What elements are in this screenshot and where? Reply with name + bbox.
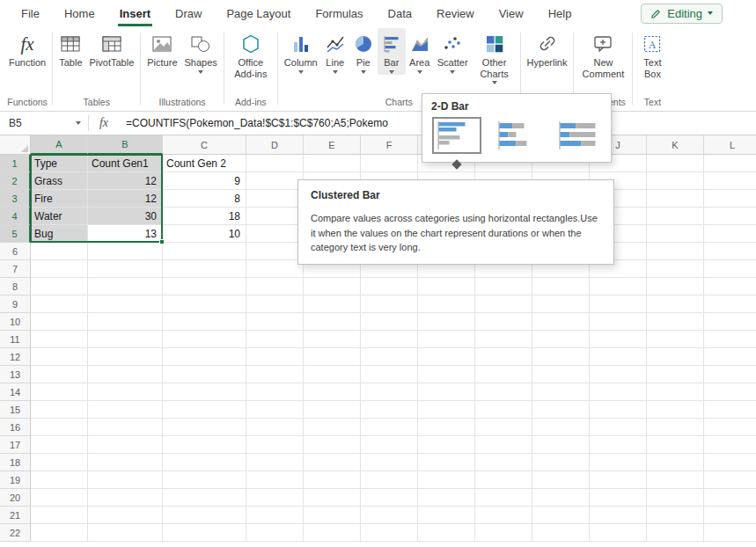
tab-insert[interactable]: Insert	[107, 0, 163, 26]
cell-E19[interactable]	[304, 471, 361, 489]
cell-C19[interactable]	[163, 471, 246, 489]
cell-C9[interactable]	[163, 295, 246, 313]
cell-A7[interactable]	[31, 260, 88, 278]
column-chart-button[interactable]: Column	[281, 28, 321, 75]
office-addins-button[interactable]: Office Add-ins	[227, 28, 275, 80]
cell-E1[interactable]	[304, 155, 361, 172]
column-header-D[interactable]: D	[246, 135, 304, 155]
cell-K15[interactable]	[647, 401, 704, 419]
cell-D19[interactable]	[246, 471, 304, 489]
row-header-22[interactable]: 22	[0, 524, 31, 542]
cell-L5[interactable]	[704, 225, 756, 243]
bar-chart-button[interactable]: Bar	[378, 28, 406, 75]
cell-D11[interactable]	[246, 331, 304, 348]
cell-L2[interactable]	[704, 172, 756, 190]
cell-F13[interactable]	[361, 366, 418, 383]
cell-L1[interactable]	[704, 155, 756, 172]
cell-J14[interactable]	[590, 383, 647, 401]
row-header-12[interactable]: 12	[0, 348, 31, 366]
cell-G10[interactable]	[418, 313, 475, 331]
cell-B6[interactable]	[88, 243, 163, 260]
cell-B20[interactable]	[88, 489, 163, 507]
cell-L21[interactable]	[704, 507, 756, 524]
cell-J17[interactable]	[590, 436, 647, 454]
cell-B15[interactable]	[88, 401, 163, 419]
cell-F11[interactable]	[361, 331, 418, 348]
cell-L8[interactable]	[704, 278, 756, 295]
row-header-20[interactable]: 20	[0, 489, 31, 507]
cell-D8[interactable]	[246, 278, 304, 295]
tab-formulas[interactable]: Formulas	[303, 0, 375, 26]
cell-K17[interactable]	[647, 436, 704, 454]
cell-B1[interactable]: Count Gen1	[88, 155, 163, 172]
cell-B22[interactable]	[88, 524, 163, 542]
cell-B8[interactable]	[88, 278, 163, 295]
cell-E9[interactable]	[304, 295, 361, 313]
cell-H9[interactable]	[475, 295, 532, 313]
cell-K14[interactable]	[647, 383, 704, 401]
cell-D3[interactable]	[246, 190, 304, 208]
cell-G13[interactable]	[418, 366, 475, 383]
hyperlink-button[interactable]: Hyperlink	[524, 28, 571, 69]
cell-D22[interactable]	[246, 524, 304, 542]
cell-C3[interactable]: 8	[163, 190, 246, 208]
cell-J10[interactable]	[590, 313, 647, 331]
row-header-9[interactable]: 9	[0, 295, 31, 313]
cell-C10[interactable]	[163, 313, 246, 331]
cell-K21[interactable]	[647, 507, 704, 524]
cell-H20[interactable]	[475, 489, 532, 507]
cell-C15[interactable]	[163, 401, 246, 419]
cell-B19[interactable]	[88, 471, 163, 489]
cell-C4[interactable]: 18	[163, 208, 246, 225]
cell-A4[interactable]: Water	[31, 208, 88, 225]
cell-E12[interactable]	[304, 348, 361, 366]
picture-button[interactable]: Picture	[143, 28, 180, 69]
cell-F12[interactable]	[361, 348, 418, 366]
cell-I15[interactable]	[532, 401, 590, 419]
new-comment-button[interactable]: New Comment	[576, 28, 629, 80]
cell-I19[interactable]	[532, 471, 590, 489]
cell-A11[interactable]	[31, 331, 88, 348]
cell-K22[interactable]	[647, 524, 704, 542]
cell-G12[interactable]	[418, 348, 475, 366]
cell-D12[interactable]	[246, 348, 304, 366]
cell-L11[interactable]	[704, 331, 756, 348]
cell-E16[interactable]	[304, 419, 361, 436]
cell-C17[interactable]	[163, 436, 246, 454]
cell-B3[interactable]: 12	[88, 190, 163, 208]
cell-H15[interactable]	[475, 401, 532, 419]
editing-mode-button[interactable]: Editing	[641, 4, 723, 24]
cell-J21[interactable]	[590, 507, 647, 524]
row-header-7[interactable]: 7	[0, 260, 31, 278]
cell-H21[interactable]	[475, 507, 532, 524]
cell-I18[interactable]	[532, 454, 590, 471]
cell-A2[interactable]: Grass	[31, 172, 88, 190]
row-header-16[interactable]: 16	[0, 419, 31, 436]
cell-F10[interactable]	[361, 313, 418, 331]
cell-G22[interactable]	[418, 524, 475, 542]
cell-L18[interactable]	[704, 454, 756, 471]
cell-A20[interactable]	[31, 489, 88, 507]
pie-chart-button[interactable]: Pie	[349, 28, 378, 75]
cell-F17[interactable]	[361, 436, 418, 454]
cell-G18[interactable]	[418, 454, 475, 471]
cell-K6[interactable]	[647, 243, 704, 260]
cell-D10[interactable]	[246, 313, 304, 331]
cell-L19[interactable]	[704, 471, 756, 489]
cell-J22[interactable]	[590, 524, 647, 542]
tab-home[interactable]: Home	[52, 0, 107, 26]
cell-I14[interactable]	[532, 383, 590, 401]
cell-B18[interactable]	[88, 454, 163, 471]
cell-B11[interactable]	[88, 331, 163, 348]
cell-B4[interactable]: 30	[88, 208, 163, 225]
cell-K20[interactable]	[647, 489, 704, 507]
shapes-button[interactable]: Shapes	[181, 28, 221, 75]
cell-F21[interactable]	[361, 507, 418, 524]
cell-A9[interactable]	[31, 295, 88, 313]
tab-review[interactable]: Review	[424, 0, 487, 26]
cell-L9[interactable]	[704, 295, 756, 313]
cell-A10[interactable]	[31, 313, 88, 331]
cell-E8[interactable]	[304, 278, 361, 295]
cell-C22[interactable]	[163, 524, 246, 542]
clustered-bar-option[interactable]	[432, 117, 481, 154]
